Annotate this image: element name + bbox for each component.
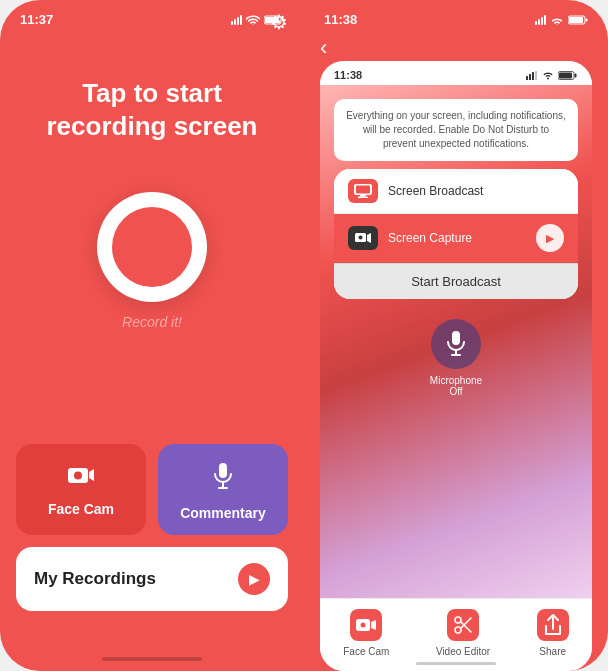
status-bar-right: 11:38 bbox=[304, 0, 608, 27]
commentary-icon bbox=[212, 462, 234, 497]
tab-camera-icon bbox=[356, 617, 376, 633]
signal-icon-right bbox=[535, 15, 546, 25]
tab-face-cam-label: Face Cam bbox=[343, 646, 389, 657]
inner-wifi-icon bbox=[541, 70, 555, 80]
my-recordings-button[interactable]: My Recordings ▶ bbox=[16, 547, 288, 611]
mic-circle bbox=[431, 319, 481, 369]
commentary-button[interactable]: Commentary bbox=[158, 444, 288, 535]
svg-point-25 bbox=[359, 236, 363, 240]
recordings-arrow-icon: ▶ bbox=[238, 563, 270, 595]
screen-capture-item[interactable]: Screen Capture ▶ bbox=[334, 214, 578, 263]
broadcast-menu: Screen Broadcast Screen Capture ▶ Start … bbox=[334, 169, 578, 299]
inner-status-icons bbox=[526, 70, 578, 80]
inner-time: 11:38 bbox=[334, 69, 362, 81]
tab-share[interactable]: Share bbox=[537, 609, 569, 657]
svg-point-5 bbox=[74, 472, 82, 480]
svg-rect-11 bbox=[586, 18, 588, 21]
tab-share-icon bbox=[537, 609, 569, 641]
monitor-icon bbox=[354, 184, 372, 198]
face-cam-button[interactable]: Face Cam bbox=[16, 444, 146, 535]
svg-rect-20 bbox=[356, 186, 370, 194]
microphone-indicator: MicrophoneOff bbox=[430, 319, 482, 397]
inner-phone-screen: 11:38 Everything on your sc bbox=[320, 61, 592, 671]
play-button[interactable]: ▶ bbox=[536, 224, 564, 252]
wifi-icon bbox=[246, 15, 260, 25]
mic-icon bbox=[212, 462, 234, 490]
left-phone: 11:37 ⚙ Tap to start recording screen bbox=[0, 0, 304, 671]
tab-video-editor[interactable]: Video Editor bbox=[436, 609, 490, 657]
tab-video-editor-label: Video Editor bbox=[436, 646, 490, 657]
svg-rect-17 bbox=[559, 72, 572, 78]
svg-marker-4 bbox=[89, 469, 94, 481]
svg-rect-26 bbox=[452, 331, 460, 345]
svg-marker-30 bbox=[371, 620, 376, 630]
home-indicator-right bbox=[416, 662, 496, 665]
capture-icon bbox=[355, 232, 371, 244]
inner-signal-icon bbox=[526, 71, 538, 80]
broadcast-warning-text: Everything on your screen, including not… bbox=[334, 99, 578, 161]
screen-broadcast-icon bbox=[348, 179, 378, 203]
mic-label: MicrophoneOff bbox=[430, 375, 482, 397]
svg-rect-18 bbox=[575, 73, 577, 77]
inner-content-area: Everything on your screen, including not… bbox=[320, 85, 592, 598]
record-label: Record it! bbox=[122, 314, 182, 330]
record-inner-circle bbox=[112, 207, 192, 287]
svg-rect-22 bbox=[358, 197, 368, 199]
svg-point-31 bbox=[361, 623, 366, 628]
home-indicator-left bbox=[102, 657, 202, 661]
action-buttons: Face Cam Commentary bbox=[16, 444, 288, 535]
bottom-tab-bar: Face Cam Video Editor bbox=[320, 598, 592, 671]
back-button[interactable]: ‹ bbox=[304, 27, 608, 61]
start-broadcast-button[interactable]: Start Broadcast bbox=[334, 263, 578, 299]
battery-icon-right bbox=[568, 15, 588, 25]
right-phone: 11:38 ‹ 11:38 bbox=[304, 0, 608, 671]
tab-share-label: Share bbox=[539, 646, 566, 657]
svg-marker-24 bbox=[367, 233, 371, 243]
bottom-cards: Face Cam Commentary My Recordings ▶ bbox=[16, 444, 288, 611]
inner-battery-icon bbox=[558, 71, 578, 80]
screen-broadcast-item[interactable]: Screen Broadcast bbox=[334, 169, 578, 214]
face-cam-label: Face Cam bbox=[48, 501, 114, 517]
svg-rect-12 bbox=[526, 76, 528, 80]
time-left: 11:37 bbox=[20, 12, 53, 27]
svg-rect-10 bbox=[569, 17, 583, 23]
scissors-icon bbox=[453, 615, 473, 635]
record-button[interactable] bbox=[97, 192, 207, 302]
svg-rect-14 bbox=[532, 72, 534, 80]
screen-capture-icon bbox=[348, 226, 378, 250]
inner-status-bar: 11:38 bbox=[320, 61, 592, 85]
svg-rect-6 bbox=[219, 463, 227, 478]
svg-rect-15 bbox=[535, 71, 537, 80]
face-cam-icon bbox=[67, 462, 95, 493]
status-bar-left: 11:37 bbox=[0, 0, 304, 27]
svg-rect-13 bbox=[529, 74, 531, 80]
time-right: 11:38 bbox=[324, 12, 357, 27]
status-icons-right bbox=[535, 15, 588, 25]
signal-icon bbox=[231, 15, 242, 25]
main-title: Tap to start recording screen bbox=[0, 77, 304, 142]
recordings-label: My Recordings bbox=[34, 569, 156, 589]
share-icon bbox=[544, 614, 562, 636]
tab-video-editor-icon bbox=[447, 609, 479, 641]
screen-broadcast-label: Screen Broadcast bbox=[388, 184, 564, 198]
tab-face-cam-icon bbox=[350, 609, 382, 641]
microphone-icon bbox=[446, 331, 466, 357]
wifi-icon-right bbox=[550, 15, 564, 25]
commentary-label: Commentary bbox=[180, 505, 266, 521]
screen-capture-label: Screen Capture bbox=[388, 231, 536, 245]
camera-icon bbox=[67, 464, 95, 486]
tab-face-cam[interactable]: Face Cam bbox=[343, 609, 389, 657]
gear-button[interactable]: ⚙ bbox=[270, 10, 288, 34]
svg-rect-21 bbox=[360, 195, 366, 197]
